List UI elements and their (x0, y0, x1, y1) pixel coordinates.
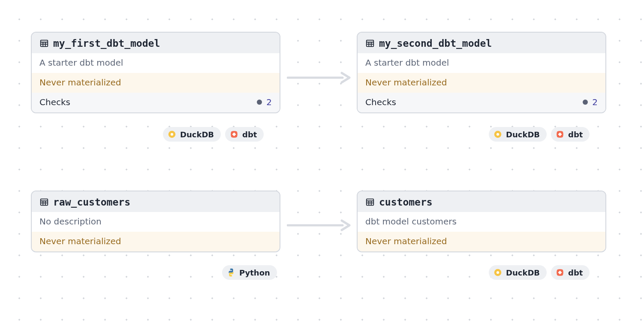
node-header: raw_customers (32, 191, 280, 212)
svg-point-19 (230, 269, 231, 270)
node-description: No description (32, 212, 280, 232)
node-title: raw_customers (53, 197, 130, 208)
node-tags: Python (222, 265, 277, 280)
svg-point-20 (232, 275, 232, 276)
edge-arrow-icon (287, 71, 351, 86)
status-dot-icon (583, 100, 588, 105)
svg-rect-0 (41, 40, 48, 47)
dag-node-my-first-dbt-model[interactable]: my_first_dbt_model A starter dbt model N… (31, 32, 280, 113)
node-header: my_second_dbt_model (358, 33, 605, 53)
node-description: dbt model customers (358, 212, 605, 232)
node-title: customers (379, 197, 433, 208)
edge-arrow-icon (287, 219, 351, 233)
node-title: my_second_dbt_model (379, 38, 492, 49)
node-tags: DuckDB dbt (489, 127, 590, 142)
node-header: customers (358, 191, 605, 212)
tag-duckdb[interactable]: DuckDB (489, 127, 547, 142)
status-dot-icon (257, 100, 262, 105)
svg-point-27 (497, 271, 499, 274)
checks-count: 2 (592, 97, 598, 107)
node-status: Never materialized (32, 232, 280, 251)
dag-node-my-second-dbt-model[interactable]: my_second_dbt_model A starter dbt model … (357, 32, 606, 113)
tag-python[interactable]: Python (222, 265, 277, 280)
checks-label: Checks (39, 97, 257, 107)
svg-point-6 (171, 133, 173, 136)
duckdb-icon (167, 130, 177, 139)
duckdb-icon (493, 130, 503, 139)
node-status: Never materialized (32, 73, 280, 93)
dbt-icon (555, 268, 565, 277)
checks-label: Checks (365, 97, 583, 107)
tag-dbt[interactable]: dbt (551, 127, 590, 142)
node-tags: DuckDB dbt (489, 265, 590, 280)
table-icon (365, 39, 375, 48)
tag-dbt[interactable]: dbt (551, 265, 590, 280)
tag-dbt[interactable]: dbt (225, 127, 264, 142)
node-checks-row[interactable]: Checks 2 (32, 93, 280, 112)
dag-node-raw-customers[interactable]: raw_customers No description Never mater… (31, 191, 280, 252)
tag-label: DuckDB (506, 130, 540, 139)
duckdb-icon (493, 268, 503, 277)
svg-point-13 (497, 133, 499, 136)
checks-count: 2 (266, 97, 272, 107)
node-header: my_first_dbt_model (32, 33, 280, 53)
svg-rect-14 (41, 199, 48, 206)
node-description: A starter dbt model (358, 53, 605, 73)
tag-label: dbt (568, 130, 583, 139)
node-description: A starter dbt model (32, 53, 280, 73)
node-status: Never materialized (358, 232, 605, 251)
dbt-icon (555, 130, 565, 139)
tag-label: Python (239, 268, 270, 277)
tag-duckdb[interactable]: DuckDB (163, 127, 221, 142)
python-icon (226, 268, 236, 277)
table-icon (365, 197, 375, 207)
node-tags: DuckDB dbt (163, 127, 264, 142)
tag-label: dbt (242, 130, 257, 139)
dbt-icon (229, 130, 239, 139)
node-title: my_first_dbt_model (53, 38, 160, 49)
tag-label: DuckDB (506, 268, 540, 277)
node-checks-row[interactable]: Checks 2 (358, 93, 605, 112)
dag-node-customers[interactable]: customers dbt model customers Never mate… (357, 191, 606, 252)
table-icon (39, 39, 49, 48)
node-status: Never materialized (358, 73, 605, 93)
tag-label: dbt (568, 268, 583, 277)
svg-rect-7 (367, 40, 374, 47)
tag-label: DuckDB (180, 130, 214, 139)
table-icon (39, 197, 49, 207)
svg-rect-21 (367, 199, 374, 206)
tag-duckdb[interactable]: DuckDB (489, 265, 547, 280)
